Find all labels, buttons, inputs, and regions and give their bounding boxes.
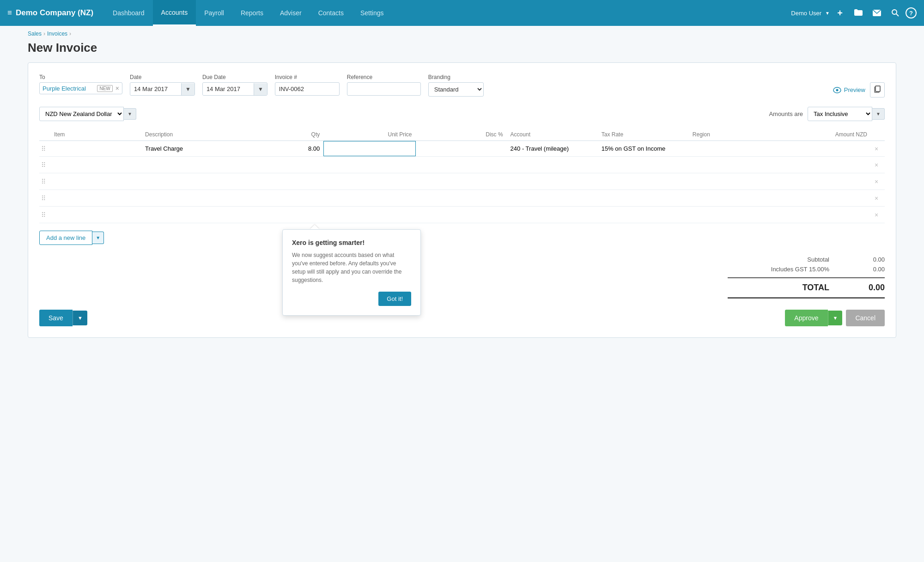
disc-input-3[interactable] — [416, 174, 507, 189]
nav-settings[interactable]: Settings — [352, 0, 392, 26]
copy-button[interactable] — [870, 82, 885, 98]
tax-rate-input-5[interactable] — [598, 208, 689, 222]
tax-rate-input-3[interactable] — [598, 174, 689, 189]
save-dropdown-icon[interactable]: ▼ — [73, 311, 87, 325]
drag-handle[interactable]: ⠿ — [39, 158, 48, 172]
mail-icon[interactable] — [869, 5, 885, 21]
save-button[interactable]: Save — [39, 310, 73, 326]
disc-input-5[interactable] — [416, 208, 507, 222]
nav-accounts[interactable]: Accounts — [153, 0, 196, 26]
add-icon[interactable]: + — [832, 5, 848, 21]
currency-dropdown-icon[interactable]: ▼ — [124, 108, 136, 120]
remove-row-3[interactable]: × — [871, 174, 882, 189]
region-input-4[interactable] — [689, 191, 780, 205]
user-label[interactable]: Demo User — [791, 10, 821, 17]
brand-logo[interactable]: ≡ Demo Company (NZ) — [7, 8, 93, 18]
remove-row-5[interactable]: × — [871, 208, 882, 222]
remove-row-1[interactable]: × — [871, 141, 882, 156]
tax-rate-input-2[interactable] — [598, 158, 689, 172]
unit-price-input-2[interactable] — [323, 158, 415, 172]
date-calendar-icon[interactable]: ▼ — [181, 83, 195, 95]
amount-input-1[interactable] — [780, 141, 871, 156]
description-input-3[interactable] — [141, 174, 232, 189]
help-icon[interactable]: ? — [906, 7, 917, 18]
due-date-calendar-icon[interactable]: ▼ — [254, 83, 267, 95]
remove-row-4[interactable]: × — [871, 191, 882, 206]
breadcrumb-sales[interactable]: Sales — [28, 31, 42, 37]
item-input-1[interactable] — [50, 141, 141, 156]
col-account: Account — [507, 128, 598, 141]
invoice-num-input[interactable] — [275, 82, 340, 96]
unit-price-input-4[interactable] — [323, 191, 415, 205]
region-input-2[interactable] — [689, 158, 780, 172]
date-input[interactable] — [130, 83, 181, 95]
tax-select[interactable]: Tax Inclusive Tax Exclusive No Tax — [808, 107, 872, 121]
account-input-1[interactable] — [507, 141, 598, 156]
qty-input-5[interactable] — [232, 208, 323, 222]
account-input-3[interactable] — [507, 174, 598, 189]
account-input-4[interactable] — [507, 191, 598, 205]
disc-input-2[interactable] — [416, 158, 507, 172]
description-input-1[interactable] — [141, 141, 232, 156]
nav-reports[interactable]: Reports — [232, 0, 272, 26]
drag-handle[interactable]: ⠿ — [39, 174, 48, 189]
add-new-line-button[interactable]: Add a new line — [39, 231, 92, 245]
to-field[interactable]: Purple Electrical NEW × — [39, 82, 122, 94]
item-input-5[interactable] — [50, 208, 141, 222]
disc-input-4[interactable] — [416, 191, 507, 205]
breadcrumb-invoices[interactable]: Invoices — [47, 31, 67, 37]
approve-button[interactable]: Approve — [785, 310, 827, 326]
nav-adviser[interactable]: Adviser — [272, 0, 310, 26]
nav-contacts[interactable]: Contacts — [310, 0, 352, 26]
unit-price-input-5[interactable] — [323, 208, 415, 222]
tax-dropdown-icon[interactable]: ▼ — [872, 108, 885, 120]
item-input-4[interactable] — [50, 191, 141, 205]
amount-input-2[interactable] — [780, 158, 871, 172]
qty-input-1[interactable] — [232, 141, 323, 156]
drag-handle[interactable]: ⠿ — [39, 191, 48, 206]
region-input-3[interactable] — [689, 174, 780, 189]
due-date-input[interactable] — [203, 83, 254, 95]
remove-contact-icon[interactable]: × — [116, 85, 119, 92]
folder-icon[interactable] — [850, 5, 867, 21]
qty-input-4[interactable] — [232, 191, 323, 205]
description-input-5[interactable] — [141, 208, 232, 222]
amount-input-4[interactable] — [780, 191, 871, 205]
qty-input-2[interactable] — [232, 158, 323, 172]
item-input-3[interactable] — [50, 174, 141, 189]
disc-input-1[interactable] — [416, 141, 507, 156]
remove-row-2[interactable]: × — [871, 158, 882, 172]
drag-handle[interactable]: ⠿ — [39, 208, 48, 222]
invoice-num-field-group: Invoice # — [275, 74, 340, 96]
description-input-2[interactable] — [141, 158, 232, 172]
account-input-5[interactable] — [507, 208, 598, 222]
breadcrumb-sep-1: › — [43, 31, 45, 37]
invoice-num-label: Invoice # — [275, 74, 340, 80]
add-line-dropdown-icon[interactable]: ▼ — [92, 232, 104, 244]
drag-handle[interactable]: ⠿ — [39, 141, 48, 156]
item-input-2[interactable] — [50, 158, 141, 172]
qty-input-3[interactable] — [232, 174, 323, 189]
right-buttons: Approve ▼ Cancel — [785, 310, 885, 326]
cancel-button[interactable]: Cancel — [846, 310, 885, 326]
region-input-5[interactable] — [689, 208, 780, 222]
branding-select[interactable]: Standard — [428, 82, 484, 97]
description-input-4[interactable] — [141, 191, 232, 205]
unit-price-input-1[interactable] — [323, 141, 415, 156]
region-input-1[interactable] — [689, 141, 780, 156]
user-dropdown-icon[interactable]: ▼ — [825, 11, 830, 16]
amount-input-3[interactable] — [780, 174, 871, 189]
popup-got-it-button[interactable]: Got it! — [378, 292, 411, 306]
reference-input[interactable] — [347, 82, 421, 96]
tax-rate-input-4[interactable] — [598, 191, 689, 205]
approve-dropdown-icon[interactable]: ▼ — [828, 311, 843, 325]
currency-select[interactable]: NZD New Zealand Dollar — [39, 107, 124, 121]
amount-input-5[interactable] — [780, 208, 871, 222]
tax-rate-input-1[interactable] — [598, 141, 689, 156]
search-icon[interactable] — [887, 5, 904, 21]
preview-button[interactable]: Preview — [833, 86, 865, 93]
unit-price-input-3[interactable] — [323, 174, 415, 189]
nav-dashboard[interactable]: Dashboard — [104, 0, 153, 26]
nav-payroll[interactable]: Payroll — [196, 0, 232, 26]
account-input-2[interactable] — [507, 158, 598, 172]
